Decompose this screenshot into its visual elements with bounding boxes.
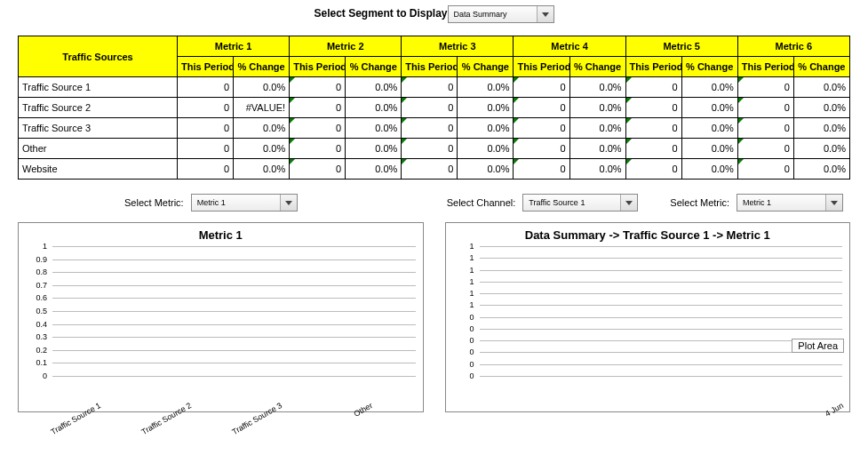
cell-change: 0.0%	[793, 118, 849, 139]
x-tick: Traffic Source 2	[140, 401, 194, 436]
cell-this-period: 0	[737, 98, 793, 118]
cell-this-period: 0	[514, 77, 569, 98]
cell-this-period: 0	[402, 159, 458, 180]
cell-this-period: 0	[402, 98, 458, 118]
y-tick: 0.9	[36, 255, 47, 264]
sub-header: This Period	[514, 57, 569, 77]
plot-area-badge: Plot Area	[792, 339, 844, 353]
cell-this-period: 0	[514, 98, 569, 118]
cell-this-period: 0	[514, 118, 569, 139]
y-tick: 0.3	[36, 332, 47, 341]
row-name: Website	[19, 159, 178, 180]
cell-this-period: 0	[290, 77, 346, 98]
cell-change: 0.0%	[458, 118, 514, 139]
y-tick: 0	[469, 313, 474, 322]
cell-change: 0.0%	[681, 98, 737, 118]
row-name: Traffic Source 3	[19, 118, 178, 139]
segment-selector-label: Select Segment to Display	[314, 7, 447, 20]
chart-left-plot	[52, 246, 416, 376]
metric-header: Metric 1	[178, 36, 290, 57]
cell-change: 0.0%	[346, 159, 402, 180]
segment-selector-dropdown[interactable]: Data Summary	[448, 5, 554, 23]
cell-this-period: 0	[625, 98, 681, 118]
sub-header: % Change	[458, 57, 514, 77]
cell-this-period: 0	[402, 118, 458, 139]
table-row: Traffic Source 100.0%00.0%00.0%00.0%00.0…	[19, 77, 850, 98]
y-tick: 0.2	[36, 346, 47, 355]
table-header-row-1: Traffic Sources Metric 1 Metric 2 Metric…	[19, 36, 850, 57]
chevron-down-icon	[280, 195, 297, 211]
table-corner: Traffic Sources	[19, 36, 178, 77]
cell-this-period: 0	[178, 139, 234, 159]
cell-this-period: 0	[290, 139, 346, 159]
sub-header: % Change	[346, 57, 402, 77]
y-tick: 0	[469, 371, 474, 380]
cell-change: 0.0%	[346, 98, 402, 118]
select-metric-left-dropdown[interactable]: Metric 1	[191, 194, 298, 212]
cell-this-period: 0	[178, 77, 234, 98]
y-tick: 1	[469, 277, 474, 286]
chart-right[interactable]: Data Summary -> Traffic Source 1 -> Metr…	[445, 222, 851, 412]
chart-left-title: Metric 1	[26, 228, 416, 242]
table-row: Other00.0%00.0%00.0%00.0%00.0%00.0%	[19, 139, 850, 159]
y-tick: 1	[469, 266, 474, 275]
cell-change: 0.0%	[569, 139, 625, 159]
table-row: Website00.0%00.0%00.0%00.0%00.0%00.0%	[19, 159, 850, 180]
cell-change: 0.0%	[458, 159, 514, 180]
cell-change: 0.0%	[346, 139, 402, 159]
y-tick: 0.1	[36, 358, 47, 367]
cell-this-period: 0	[402, 139, 458, 159]
cell-this-period: 0	[514, 159, 569, 180]
cell-change: 0.0%	[681, 77, 737, 98]
table-row: Traffic Source 20#VALUE!00.0%00.0%00.0%0…	[19, 98, 850, 118]
cell-this-period: 0	[737, 77, 793, 98]
y-tick: 0.7	[36, 281, 47, 290]
y-tick: 1	[469, 300, 474, 309]
chart-left[interactable]: Metric 1 10.90.80.70.60.50.40.30.20.10 T…	[18, 222, 424, 412]
table-row: Traffic Source 300.0%00.0%00.0%00.0%00.0…	[19, 118, 850, 139]
select-metric-right-dropdown[interactable]: Metric 1	[737, 194, 843, 212]
chevron-down-icon	[825, 195, 842, 211]
select-channel-label: Select Channel:	[447, 197, 516, 208]
cell-change: 0.0%	[569, 118, 625, 139]
cell-change: 0.0%	[681, 118, 737, 139]
select-metric-right-value: Metric 1	[743, 198, 771, 207]
cell-change: 0.0%	[458, 98, 514, 118]
row-name: Other	[19, 139, 178, 159]
select-metric-left-label: Select Metric:	[124, 197, 184, 208]
cell-change: 0.0%	[234, 139, 290, 159]
cell-change: 0.0%	[793, 98, 849, 118]
cell-this-period: 0	[290, 98, 346, 118]
sub-header: This Period	[402, 57, 458, 77]
x-tick: 4 Jun	[824, 401, 845, 419]
y-tick: 1	[469, 242, 474, 251]
select-metric-right-label: Select Metric:	[670, 197, 729, 208]
y-tick: 0	[469, 336, 474, 345]
x-tick: Traffic Source 3	[231, 401, 284, 436]
row-name: Traffic Source 2	[19, 98, 178, 118]
traffic-table: Traffic Sources Metric 1 Metric 2 Metric…	[18, 36, 850, 180]
sub-header: This Period	[625, 57, 681, 77]
cell-change: 0.0%	[681, 159, 737, 180]
cell-change: 0.0%	[569, 77, 625, 98]
cell-this-period: 0	[290, 118, 346, 139]
cell-change: 0.0%	[346, 118, 402, 139]
cell-change: 0.0%	[458, 77, 514, 98]
sub-header: % Change	[234, 57, 290, 77]
cell-this-period: 0	[737, 118, 793, 139]
cell-this-period: 0	[290, 159, 346, 180]
cell-change: 0.0%	[234, 118, 290, 139]
cell-change: 0.0%	[346, 77, 402, 98]
y-tick: 1	[469, 253, 474, 262]
y-tick: 0	[43, 371, 47, 380]
sub-header: This Period	[737, 57, 793, 77]
select-channel-dropdown[interactable]: Traffic Source 1	[522, 194, 638, 212]
cell-this-period: 0	[178, 159, 234, 180]
metric-header: Metric 6	[737, 36, 849, 57]
charts-row: Metric 1 10.90.80.70.60.50.40.30.20.10 T…	[18, 222, 850, 412]
metric-header: Metric 3	[402, 36, 514, 57]
cell-change: 0.0%	[569, 98, 625, 118]
sub-header: % Change	[569, 57, 625, 77]
cell-change: 0.0%	[793, 77, 849, 98]
select-channel-value: Traffic Source 1	[529, 198, 585, 207]
